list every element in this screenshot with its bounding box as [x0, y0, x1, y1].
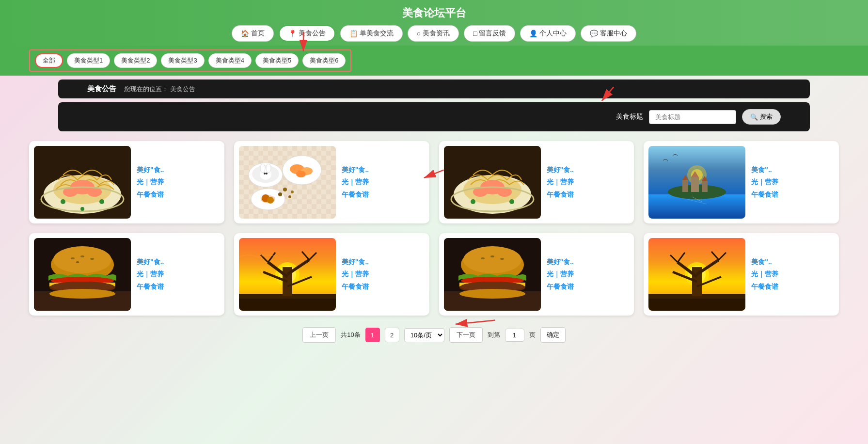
- food-title-5: 美好"食..光｜营养午餐食谱: [137, 256, 164, 293]
- search-label: 美食标题: [616, 112, 643, 121]
- svg-point-33: [278, 192, 282, 196]
- pagination: 上一页 共10条 1 2 10条/页 20条/页 50条/页 下一页 到第 页 …: [29, 327, 839, 352]
- svg-point-61: [71, 257, 75, 259]
- food-image-5: [34, 238, 131, 311]
- food-image-4: [648, 146, 745, 219]
- food-grid: 美好"食..光｜营养午餐食谱: [29, 141, 839, 316]
- cat-type6[interactable]: 美食类型6: [302, 53, 346, 68]
- svg-point-19: [260, 164, 265, 173]
- svg-point-69: [49, 289, 115, 299]
- svg-point-62: [80, 255, 84, 257]
- food-card-5[interactable]: 美好"食..光｜营养午餐食谱: [29, 233, 224, 316]
- site-title: 美食论坛平台: [0, 6, 868, 20]
- nav-service[interactable]: 💬 客服中心: [581, 25, 636, 42]
- nav-news[interactable]: ○ 美食资讯: [408, 25, 459, 42]
- svg-point-8: [99, 199, 104, 204]
- svg-point-95: [459, 289, 525, 299]
- goto-confirm-button[interactable]: 确定: [540, 327, 566, 343]
- category-inner: 全部 美食类型1 美食类型2 美食类型3 美食类型4 美食类型5 美食类型6: [29, 49, 351, 72]
- svg-point-30: [261, 195, 275, 203]
- food-card-6[interactable]: 美好"食..光｜营养午餐食谱: [234, 233, 429, 316]
- svg-point-88: [481, 257, 485, 259]
- food-card-8[interactable]: 美食"..光｜营养午餐食谱: [644, 233, 839, 316]
- circle-icon: ○: [417, 30, 421, 37]
- prev-page-button[interactable]: 上一页: [302, 327, 336, 343]
- svg-point-63: [90, 258, 94, 260]
- svg-rect-49: [682, 180, 688, 192]
- svg-point-21: [264, 173, 266, 174]
- svg-point-26: [296, 171, 306, 177]
- svg-point-42: [471, 199, 475, 204]
- nav-home[interactable]: 🏠 首页: [232, 25, 274, 42]
- chat-icon: 💬: [590, 30, 598, 37]
- food-title-4: 美食"..光｜营养午餐食谱: [751, 164, 778, 201]
- food-title-7: 美好"食..光｜营养午餐食谱: [547, 256, 574, 293]
- next-page-button[interactable]: 下一页: [449, 327, 483, 343]
- food-card-4[interactable]: 美食"..光｜营养午餐食谱: [644, 141, 839, 223]
- breadcrumb-bar: 美食公告 您现在的位置： 美食公告: [58, 79, 810, 98]
- svg-point-90: [500, 258, 504, 260]
- food-title-2: 美好"食..光｜营养午餐食谱: [342, 164, 369, 201]
- svg-point-34: [288, 195, 291, 198]
- list-icon: 📋: [349, 30, 358, 37]
- nav-announcement[interactable]: 📍 美食公告: [279, 25, 335, 42]
- pin-icon: 📍: [288, 30, 297, 37]
- user-icon: 👤: [529, 30, 537, 37]
- svg-point-43: [509, 199, 514, 204]
- page-1-button[interactable]: 1: [365, 328, 380, 342]
- content-area: 美好"食..光｜营养午餐食谱: [0, 131, 868, 362]
- food-card-7[interactable]: 美好"食..光｜营养午餐食谱: [439, 233, 634, 316]
- food-card-3[interactable]: 美好"食..光｜营养午餐食谱: [439, 141, 634, 223]
- breadcrumb-location: 您现在的位置： 美食公告: [124, 85, 195, 94]
- goto-label: 到第: [488, 331, 500, 339]
- nav-exchange[interactable]: 📋 单美食交流: [340, 25, 403, 42]
- food-image-1: [34, 146, 131, 219]
- svg-rect-51: [691, 177, 699, 192]
- svg-point-20: [266, 164, 271, 173]
- nav-bar: 🏠 首页 📍 美食公告 📋 单美食交流 ○ 美食资讯 □ 留言反馈 👤 个人: [0, 25, 868, 42]
- food-image-3: [444, 146, 541, 219]
- cat-type1[interactable]: 美食类型1: [67, 53, 110, 68]
- cat-type2[interactable]: 美食类型2: [114, 53, 157, 68]
- nav-feedback[interactable]: □ 留言反馈: [464, 25, 515, 42]
- cat-all[interactable]: 全部: [35, 53, 63, 68]
- food-image-6: [239, 238, 336, 311]
- svg-point-64: [76, 261, 79, 263]
- food-image-7: [444, 238, 541, 311]
- category-bar: 全部 美食类型1 美食类型2 美食类型3 美食类型4 美食类型5 美食类型6: [0, 46, 868, 76]
- food-image-2: [239, 146, 336, 219]
- food-title-8: 美食"..光｜营养午餐食谱: [751, 256, 778, 293]
- header: 美食论坛平台 🏠 首页 📍 美食公告 📋 单美食交流 ○ 美食资讯 □ 留言反馈: [0, 0, 868, 46]
- svg-point-7: [61, 199, 65, 204]
- food-title-6: 美好"食..光｜营养午餐食谱: [342, 256, 369, 293]
- page-unit: 页: [529, 331, 536, 339]
- total-count: 共10条: [341, 331, 360, 339]
- food-title-1: 美好"食..光｜营养午餐食谱: [137, 164, 164, 201]
- food-title-3: 美好"食..光｜营养午餐食谱: [547, 164, 574, 201]
- svg-point-9: [80, 207, 84, 211]
- svg-point-60: [53, 246, 111, 273]
- search-bar: 美食标题 🔍 搜索: [58, 102, 810, 131]
- search-button[interactable]: 🔍 搜索: [742, 109, 781, 125]
- nav-profile[interactable]: 👤 个人中心: [520, 25, 576, 42]
- svg-point-32: [291, 190, 294, 193]
- svg-point-89: [490, 255, 494, 257]
- food-card-1[interactable]: 美好"食..光｜营养午餐食谱: [29, 141, 224, 223]
- cat-type5[interactable]: 美食类型5: [255, 53, 299, 68]
- cat-type4[interactable]: 美食类型4: [208, 53, 252, 68]
- per-page-select[interactable]: 10条/页 20条/页 50条/页: [404, 328, 444, 342]
- svg-point-31: [283, 188, 287, 191]
- food-image-8: [648, 238, 745, 311]
- home-icon: 🏠: [241, 30, 249, 37]
- goto-page-input[interactable]: [505, 329, 524, 342]
- breadcrumb-title: 美食公告: [87, 84, 116, 94]
- svg-rect-53: [702, 181, 708, 192]
- feedback-icon: □: [473, 30, 477, 37]
- svg-point-87: [463, 246, 521, 273]
- svg-point-22: [266, 173, 268, 174]
- cat-type3[interactable]: 美食类型3: [161, 53, 204, 68]
- search-icon: 🔍: [750, 113, 758, 121]
- search-input[interactable]: [649, 110, 736, 124]
- page-2-button[interactable]: 2: [385, 328, 399, 342]
- food-card-2[interactable]: 美好"食..光｜营养午餐食谱: [234, 141, 429, 223]
